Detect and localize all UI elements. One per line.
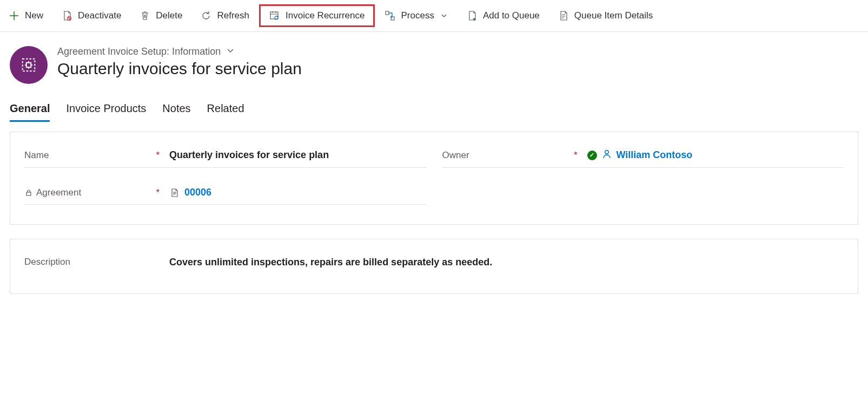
name-value: Quarterly invoices for service plan [165, 149, 426, 161]
deactivate-button[interactable]: Deactivate [53, 6, 130, 25]
delete-button[interactable]: Delete [131, 6, 191, 25]
new-button[interactable]: New [0, 6, 52, 25]
add-to-queue-button[interactable]: Add to Queue [458, 6, 548, 25]
description-value: Covers unlimited inspections, repairs ar… [165, 257, 844, 268]
lock-icon [24, 189, 33, 197]
add-to-queue-label: Add to Queue [483, 10, 540, 21]
refresh-label: Refresh [217, 10, 249, 21]
command-bar: New Deactivate Delete Refresh [0, 0, 868, 32]
queue-item-details-label: Queue Item Details [574, 10, 653, 21]
section-general: Name * Quarterly invoices for service pl… [10, 132, 858, 225]
chevron-down-icon [226, 46, 235, 57]
person-icon [601, 148, 612, 162]
svg-rect-4 [23, 59, 35, 71]
process-icon [385, 10, 395, 21]
queue-item-details-button[interactable]: Queue Item Details [549, 6, 662, 25]
deactivate-label: Deactivate [78, 10, 121, 21]
record-title: Quarterly invoices for service plan [57, 60, 302, 78]
invoice-recurrence-label: Invoice Recurrence [286, 10, 365, 21]
new-label: New [25, 10, 43, 21]
agreement-label: Agreement [36, 187, 81, 198]
document-icon [169, 188, 180, 198]
section-description: Description Covers unlimited inspections… [10, 239, 858, 294]
tab-invoice-products[interactable]: Invoice Products [66, 99, 146, 122]
deactivate-icon [62, 10, 72, 21]
delete-label: Delete [156, 10, 182, 21]
form-selector[interactable]: Agreement Invoice Setup: Information [57, 46, 302, 57]
trash-icon [140, 10, 150, 21]
svg-rect-1 [270, 12, 278, 19]
plus-icon [9, 10, 19, 21]
add-to-queue-icon [467, 10, 478, 21]
calendar-recurrence-icon [269, 10, 280, 21]
refresh-icon [201, 10, 211, 21]
check-icon: ✓ [587, 151, 597, 160]
svg-point-5 [605, 151, 608, 154]
form-selector-label: Agreement Invoice Setup: Information [57, 46, 221, 57]
field-description[interactable]: Description Covers unlimited inspections… [24, 250, 844, 274]
refresh-button[interactable]: Refresh [192, 6, 258, 25]
owner-label: Owner [442, 150, 469, 161]
svg-rect-2 [386, 11, 389, 15]
field-owner[interactable]: Owner * ✓ William Contoso [442, 143, 844, 168]
agreement-value[interactable]: 00006 [184, 187, 211, 198]
tab-related[interactable]: Related [207, 99, 244, 122]
required-indicator: * [156, 150, 160, 161]
field-agreement[interactable]: Agreement * 00006 [24, 181, 426, 205]
process-button[interactable]: Process [376, 6, 456, 25]
required-indicator: * [574, 150, 578, 161]
invoice-recurrence-button[interactable]: Invoice Recurrence [259, 4, 375, 27]
owner-value[interactable]: William Contoso [617, 149, 693, 161]
svg-rect-6 [26, 192, 31, 195]
name-label: Name [24, 150, 49, 161]
record-header: Agreement Invoice Setup: Information Qua… [0, 32, 868, 94]
queue-details-icon [558, 10, 569, 21]
tab-notes[interactable]: Notes [162, 99, 190, 122]
process-label: Process [401, 10, 434, 21]
entity-icon [10, 46, 48, 84]
tab-general[interactable]: General [10, 99, 50, 122]
description-label: Description [24, 257, 70, 267]
required-indicator: * [156, 187, 160, 198]
chevron-down-icon [440, 12, 448, 19]
form-body: Name * Quarterly invoices for service pl… [0, 122, 868, 318]
field-name[interactable]: Name * Quarterly invoices for service pl… [24, 143, 426, 168]
empty-cell [442, 181, 844, 205]
tab-list: General Invoice Products Notes Related [0, 94, 868, 122]
